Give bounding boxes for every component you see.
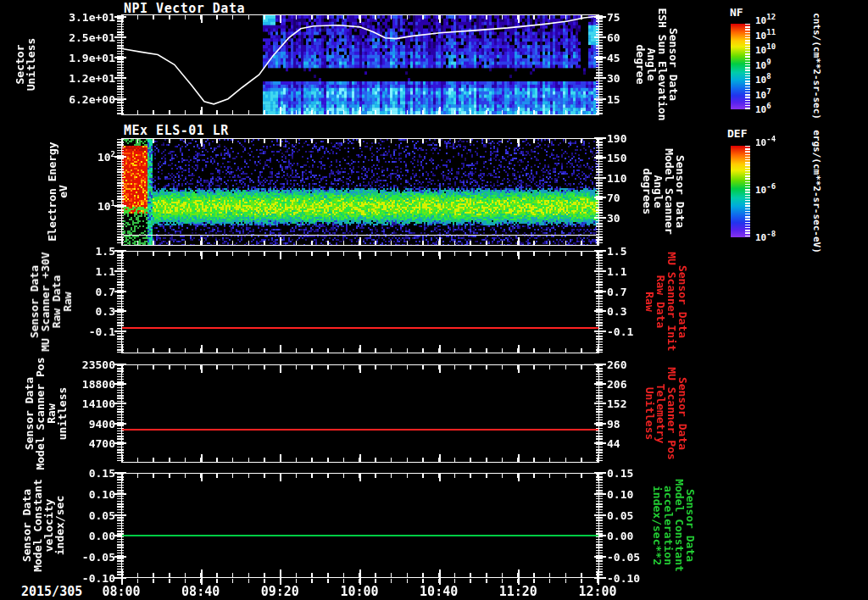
x-major-tick bbox=[598, 107, 599, 114]
y-major-tick bbox=[114, 331, 126, 332]
cdaweb-multi-panel-plot: NPI Vector Data MEx ELS-01 LR NF cnts/(c… bbox=[0, 0, 868, 600]
x-major-tick bbox=[598, 252, 599, 259]
constant-value-line bbox=[122, 327, 598, 329]
y-major-tick bbox=[114, 250, 126, 252]
y-tick-label-right: 152 bbox=[607, 397, 626, 410]
y-major-tick bbox=[594, 556, 606, 558]
colorbar-minor-ticks bbox=[745, 146, 750, 237]
x-major-tick bbox=[359, 569, 361, 577]
constant-value-line bbox=[122, 535, 598, 536]
x-major-tick bbox=[518, 237, 520, 245]
y-tick-label-left: 0.15 bbox=[34, 467, 115, 480]
x-major-tick bbox=[280, 569, 281, 577]
constant-value-line bbox=[122, 429, 598, 431]
y-major-tick bbox=[594, 270, 606, 272]
colorbar-nf-unit: cnts/(cm**2-sr-sec) bbox=[811, 13, 822, 119]
y-major-tick bbox=[594, 217, 606, 219]
axis-label-left: Sensor DataModel Constantvelocityindex/s… bbox=[21, 479, 65, 572]
x-major-tick bbox=[280, 454, 281, 462]
y-tick-label-right: 45 bbox=[607, 52, 620, 64]
y-tick-label-right: 30 bbox=[607, 211, 620, 224]
time-tick-label: 12:00 bbox=[578, 584, 616, 599]
x-major-tick bbox=[439, 15, 441, 23]
y-minor-ticks-left bbox=[117, 365, 124, 462]
y-tick-label-right: 260 bbox=[607, 358, 626, 371]
axis-label-left: Sensor DataMU Scanner +30VRaw DataRaw bbox=[29, 252, 73, 351]
y-major-tick bbox=[594, 331, 606, 332]
colorbar-tick-label: 106 bbox=[755, 102, 771, 115]
time-tick-label: 11:20 bbox=[499, 584, 537, 599]
y-major-tick bbox=[594, 442, 606, 444]
x-major-tick bbox=[359, 474, 361, 481]
x-major-tick bbox=[280, 474, 281, 481]
axis-label-right: Sensor DataMU Scanner PosTelemetryUnitle… bbox=[644, 367, 688, 460]
x-major-tick bbox=[201, 474, 203, 481]
y-major-tick bbox=[594, 57, 606, 58]
y-minor-ticks-right bbox=[596, 252, 603, 353]
y-tick-label-left: -0.10 bbox=[34, 572, 115, 585]
x-major-tick bbox=[201, 15, 203, 23]
x-major-tick bbox=[280, 107, 281, 114]
y-major-tick bbox=[594, 514, 606, 516]
x-major-tick bbox=[201, 569, 203, 577]
x-major-tick bbox=[518, 252, 520, 259]
y-tick-label-right: 110 bbox=[607, 171, 626, 184]
x-major-tick bbox=[121, 345, 123, 353]
y-major-tick bbox=[114, 556, 126, 558]
x-major-tick bbox=[201, 252, 203, 259]
y-tick-label-right: 0.10 bbox=[607, 487, 633, 500]
y-major-tick bbox=[114, 36, 126, 38]
x-major-tick bbox=[598, 569, 599, 577]
y-minor-ticks-right bbox=[596, 139, 603, 245]
y-tick-label-right: 0.05 bbox=[607, 508, 633, 521]
y-major-tick bbox=[594, 16, 606, 18]
y-major-tick bbox=[594, 493, 606, 495]
x-major-tick bbox=[359, 15, 361, 23]
y-minor-ticks-left bbox=[117, 474, 124, 577]
time-tick-label: 10:40 bbox=[420, 584, 458, 599]
x-major-tick bbox=[359, 139, 361, 147]
y-major-tick bbox=[594, 77, 606, 79]
x-major-tick bbox=[359, 252, 361, 259]
y-tick-label-right: -0.1 bbox=[607, 325, 633, 337]
els-spectrogram-canvas bbox=[122, 139, 598, 245]
y-major-tick bbox=[114, 205, 126, 207]
y-tick-label-right: 150 bbox=[607, 152, 626, 164]
y-tick-label-right: 190 bbox=[607, 132, 626, 145]
y-major-tick bbox=[114, 291, 126, 292]
y-tick-label-right: 44 bbox=[607, 436, 620, 449]
x-major-tick bbox=[518, 107, 520, 114]
colorbar-minor-ticks bbox=[745, 24, 750, 109]
y-major-tick bbox=[114, 156, 126, 158]
x-major-tick bbox=[598, 454, 599, 462]
x-major-tick bbox=[598, 365, 599, 373]
colorbar-nf-title: NF bbox=[730, 6, 743, 19]
panel-els-spectrogram bbox=[121, 138, 599, 246]
y-major-tick bbox=[594, 157, 606, 158]
y-major-tick bbox=[594, 98, 606, 100]
axis-label-left: Sensor DataModel Scanner PosRawunitless bbox=[24, 357, 68, 469]
y-tick-label-right: 0.15 bbox=[607, 467, 633, 480]
x-major-tick bbox=[518, 474, 520, 481]
x-major-tick bbox=[439, 139, 441, 147]
x-major-tick bbox=[439, 454, 441, 462]
colorbar-def-unit: ergs/(cm**2-sr-sec-eV) bbox=[811, 130, 822, 253]
y-minor-ticks-left bbox=[117, 252, 124, 353]
x-major-tick bbox=[518, 454, 520, 462]
y-major-tick bbox=[114, 77, 126, 79]
y-tick-label-right: 15 bbox=[607, 92, 620, 105]
y-tick-label-right: 30 bbox=[607, 71, 620, 84]
y-tick-label-left: 3.1e+01 bbox=[34, 10, 115, 23]
x-major-tick bbox=[518, 139, 520, 147]
y-tick-label-right: 70 bbox=[607, 192, 620, 204]
x-major-tick bbox=[201, 454, 203, 462]
x-major-tick bbox=[280, 237, 281, 245]
y-major-tick bbox=[594, 36, 606, 38]
colorbar-tick-label: 1012 bbox=[755, 13, 776, 26]
x-major-tick bbox=[518, 15, 520, 23]
y-tick-label-left: 2.5e+01 bbox=[34, 31, 115, 44]
x-major-tick bbox=[201, 345, 203, 353]
panel-model-scanner-pos bbox=[121, 364, 599, 463]
y-major-tick bbox=[114, 57, 126, 58]
x-major-tick bbox=[439, 237, 441, 245]
